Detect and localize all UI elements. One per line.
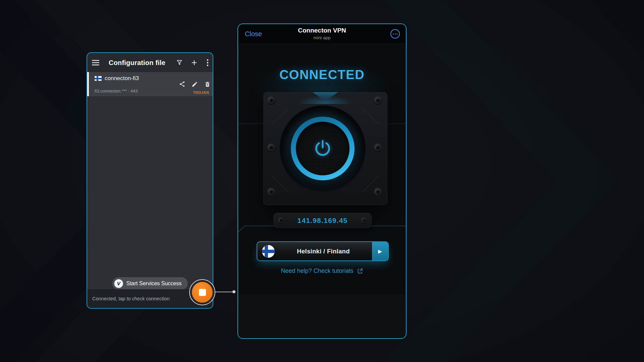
toast-text: Start Services Success [126,281,182,287]
power-button[interactable] [291,117,355,180]
power-button-well [280,106,366,191]
edit-icon[interactable] [189,78,200,90]
finland-flag-icon [262,245,275,258]
external-link-icon [357,268,363,274]
power-button-face [296,122,350,175]
selected-indicator [87,72,89,96]
corner-cut-line [272,108,289,125]
screw-icon [374,143,382,152]
location-label: Helsinki / Finland [275,248,372,255]
ip-address: 141.98.169.45 [298,217,348,225]
screw-icon [374,188,382,196]
hamburger-menu-icon[interactable] [90,57,102,69]
mini-app-title: Connecton VPN [238,27,406,34]
stop-service-button[interactable] [189,279,216,306]
connection-status-text: Connected, tap to check connection [92,296,170,301]
tutorials-link-text: Need help? Check tutorials [281,267,353,275]
screw-icon [267,143,276,152]
screw-icon [267,188,276,196]
profile-name: connecton-fi3 [105,75,139,82]
mini-app-subtitle: mini app [238,35,406,40]
v2ray-logo-icon: V [114,279,123,288]
add-icon[interactable] [188,57,200,69]
desktop-background: Configuration file connecton-fi3 [0,0,644,362]
delete-icon[interactable] [202,78,213,90]
toast-notification: V Start Services Success [112,277,188,290]
location-selector[interactable]: Helsinki / Finland ▶ [257,241,389,261]
screw-icon [374,96,382,105]
corner-cut-line [362,108,379,125]
finland-flag-icon [95,76,102,81]
power-icon [314,139,332,158]
kebab-menu-icon[interactable] [202,57,213,69]
tutorials-link[interactable]: Need help? Check tutorials [238,267,406,275]
screw-icon [267,96,276,105]
mini-app-panel: Close Connecton VPN mini app CONNECTED [237,23,407,339]
connection-status-label: CONNECTED [238,67,406,83]
play-arrow-icon[interactable]: ▶ [372,242,388,260]
connector-line [215,292,233,292]
screw-icon [361,217,367,224]
stop-icon [199,289,206,296]
connector-dot [232,290,235,293]
fab-ring [189,279,215,305]
mini-app-footer [238,294,406,338]
profile-row[interactable]: connecton-fi3 fi3.connecton.*** : 443 TR… [87,72,213,96]
filter-icon[interactable] [173,57,185,69]
profile-server: fi3.connecton.*** : 443 [95,88,138,94]
panel-title: Configuration file [109,59,165,66]
mini-app-header: Close Connecton VPN mini app [238,24,406,44]
more-options-icon[interactable] [390,29,400,39]
profile-protocol-badge: TROJAN [193,90,209,95]
configuration-panel: Configuration file connecton-fi3 [87,52,213,309]
ip-address-plate: 141.98.169.45 [273,213,372,228]
screw-icon [278,217,284,224]
power-plate [263,92,387,205]
configuration-header: Configuration file [87,53,213,72]
share-icon[interactable] [176,78,188,90]
